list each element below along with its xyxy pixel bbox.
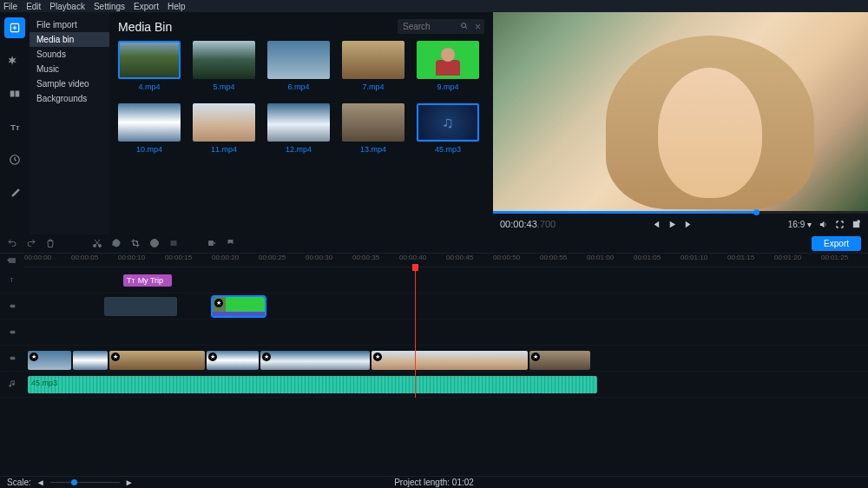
link-track-icon[interactable] xyxy=(0,301,24,311)
overlay-audio-track-icon[interactable] xyxy=(0,327,24,337)
media-thumb-4[interactable] xyxy=(417,41,479,79)
audio-clip-label: 45.mp3 xyxy=(31,379,57,387)
sidebar-item-music[interactable]: Music xyxy=(30,62,109,76)
more-tools-icon[interactable] xyxy=(4,182,25,203)
main-clip-7[interactable]: ★ xyxy=(529,351,590,370)
aspect-ratio-button[interactable]: 16:9 ▾ xyxy=(788,220,812,229)
rotate-icon[interactable] xyxy=(111,238,122,250)
scale-label: Scale: xyxy=(7,478,31,487)
ruler-tick: 00:01:10 xyxy=(681,254,707,261)
media-thumb-7[interactable] xyxy=(267,103,330,142)
import-tool-icon[interactable] xyxy=(4,17,25,38)
zoom-in-icon[interactable]: ► xyxy=(125,478,134,487)
transitions-tool-icon[interactable] xyxy=(4,83,25,104)
star-icon: ★ xyxy=(214,299,223,307)
audio-clip[interactable]: 45.mp3 xyxy=(28,376,597,393)
volume-icon[interactable] xyxy=(819,220,828,229)
menu-help[interactable]: Help xyxy=(168,2,186,11)
marker-icon[interactable] xyxy=(226,238,236,250)
preview-progress-bar[interactable] xyxy=(493,211,868,214)
effects-tool-icon[interactable] xyxy=(4,50,25,71)
clip-properties-icon[interactable] xyxy=(149,238,160,250)
color-adjust-icon[interactable] xyxy=(168,238,179,250)
delete-icon[interactable] xyxy=(45,238,56,250)
fullscreen-icon[interactable] xyxy=(835,220,845,229)
media-thumb-label-2[interactable]: 6.mp4 xyxy=(267,82,330,91)
main-video-track-icon[interactable] xyxy=(0,353,24,363)
prev-frame-button[interactable] xyxy=(651,220,661,229)
media-thumb-2[interactable] xyxy=(267,41,330,79)
media-thumb-label-7[interactable]: 12.mp4 xyxy=(267,145,330,154)
overlay-clip-2[interactable]: ★ xyxy=(213,297,265,316)
media-thumb-label-1[interactable]: 5.mp4 xyxy=(193,82,255,91)
menu-edit[interactable]: Edit xyxy=(26,2,41,11)
main-clip-6[interactable]: ★ xyxy=(372,351,528,370)
stickers-tool-icon[interactable] xyxy=(4,149,25,170)
title-clip[interactable]: Tт My Trip xyxy=(123,274,172,287)
project-length: Project length: 01:02 xyxy=(394,478,474,487)
titles-tool-icon[interactable]: Tт xyxy=(4,116,25,137)
scale-slider-thumb[interactable] xyxy=(71,479,77,485)
svg-rect-1 xyxy=(10,91,15,97)
preview-video[interactable] xyxy=(493,12,868,211)
overlay-clip-1[interactable] xyxy=(104,297,177,316)
media-thumb-9[interactable] xyxy=(417,103,479,142)
menubar: File Edit Playback Settings Export Help xyxy=(0,0,868,12)
search-input[interactable] xyxy=(398,19,484,34)
main-clip-4[interactable]: ★ xyxy=(207,351,259,370)
media-thumb-6[interactable] xyxy=(193,103,255,142)
undo-icon[interactable] xyxy=(7,238,17,250)
scale-slider[interactable] xyxy=(50,482,120,483)
menu-export[interactable]: Export xyxy=(134,2,159,11)
media-thumb-label-4[interactable]: 9.mp4 xyxy=(417,82,479,91)
media-thumb-3[interactable] xyxy=(342,41,404,79)
add-track-button[interactable]: + xyxy=(0,254,24,267)
media-thumb-label-8[interactable]: 13.mp4 xyxy=(342,145,404,154)
crop-icon[interactable] xyxy=(130,238,141,250)
export-button[interactable]: Export xyxy=(812,236,861,251)
sidebar-item-sounds[interactable]: Sounds xyxy=(30,47,109,62)
media-thumb-5[interactable] xyxy=(118,103,181,142)
ruler-tick: 00:00:10 xyxy=(118,254,145,261)
next-frame-button[interactable] xyxy=(684,220,694,229)
main-clip-2[interactable] xyxy=(73,351,108,370)
ruler-tick: 00:01:20 xyxy=(774,254,801,261)
menu-settings[interactable]: Settings xyxy=(94,2,125,11)
sidebar-item-media-bin[interactable]: Media bin xyxy=(30,32,109,47)
title-track-icon[interactable]: T xyxy=(0,275,24,285)
media-thumb-8[interactable] xyxy=(342,103,404,142)
media-thumb-1[interactable] xyxy=(193,41,255,79)
timeline-tracks: T Tт My Trip ★ ★ xyxy=(0,267,868,398)
zoom-out-icon[interactable]: ◄ xyxy=(36,478,45,487)
ruler-tick: 00:00:00 xyxy=(24,254,51,261)
main-clip-1[interactable]: ★ xyxy=(28,351,71,370)
sidebar-item-backgrounds[interactable]: Backgrounds xyxy=(30,91,109,106)
redo-icon[interactable] xyxy=(26,238,36,250)
media-thumb-label-0[interactable]: 4.mp4 xyxy=(118,82,181,91)
cut-icon[interactable] xyxy=(92,238,102,250)
media-thumb-label-6[interactable]: 11.mp4 xyxy=(193,145,255,154)
sidebar-item-sample-video[interactable]: Sample video xyxy=(30,76,109,91)
chevron-down-icon: ▾ xyxy=(807,220,812,229)
media-thumb-label-3[interactable]: 7.mp4 xyxy=(342,82,404,91)
clear-search-icon[interactable]: × xyxy=(475,21,481,33)
playhead[interactable] xyxy=(415,267,416,398)
title-clip-label: My Trip xyxy=(138,276,164,285)
media-thumb-label-5[interactable]: 10.mp4 xyxy=(118,145,181,154)
record-icon[interactable] xyxy=(207,238,217,250)
menu-file[interactable]: File xyxy=(3,2,17,11)
play-button[interactable] xyxy=(667,220,677,229)
star-icon: ★ xyxy=(531,353,540,361)
media-thumb-0[interactable] xyxy=(118,41,181,79)
ruler-tick: 00:00:50 xyxy=(493,254,520,261)
main-clip-5[interactable]: ★ xyxy=(260,351,370,370)
menu-playback[interactable]: Playback xyxy=(49,2,85,11)
media-thumb-label-9[interactable]: 45.mp3 xyxy=(417,145,479,154)
detach-icon[interactable] xyxy=(852,220,861,229)
audio-track-icon[interactable] xyxy=(0,379,24,389)
search-icon xyxy=(460,22,469,30)
sidebar-item-file-import[interactable]: File import xyxy=(30,17,109,32)
timeline-ruler[interactable]: 00:00:0000:00:0500:00:1000:00:1500:00:20… xyxy=(24,254,868,267)
main-clip-3[interactable]: ★ xyxy=(109,351,205,370)
ruler-tick: 00:00:55 xyxy=(540,254,567,261)
